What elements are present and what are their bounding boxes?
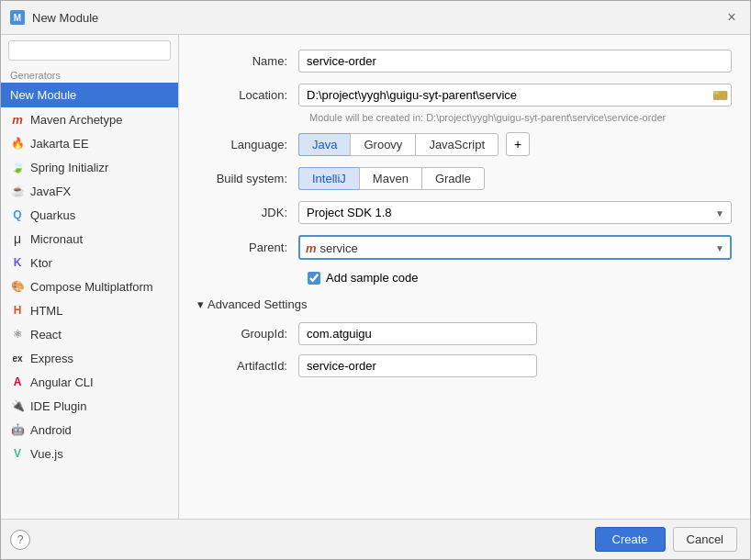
angular-icon: A <box>10 375 25 389</box>
sidebar-item-compose-multiplatform[interactable]: 🎨 Compose Multiplatform <box>1 274 178 298</box>
spring-icon: 🍃 <box>10 160 25 174</box>
sidebar-item-html[interactable]: H HTML <box>1 298 178 322</box>
sidebar-item-label: HTML <box>30 304 62 318</box>
svg-rect-1 <box>713 91 719 94</box>
sidebar-item-label: IDE Plugin <box>30 399 86 413</box>
name-row: Name: <box>197 50 732 73</box>
group-id-label: GroupId: <box>197 327 298 341</box>
group-id-row: GroupId: <box>197 322 732 345</box>
language-button-group: Java Groovy JavaScript <box>298 133 499 156</box>
maven-icon: m <box>10 112 25 127</box>
express-icon: ex <box>10 351 25 365</box>
sidebar-item-spring-initializr[interactable]: 🍃 Spring Initializr <box>1 155 178 179</box>
sidebar-item-label: Jakarta EE <box>30 137 89 151</box>
sidebar-item-label: React <box>30 328 62 342</box>
add-sample-code-label[interactable]: Add sample code <box>326 271 418 285</box>
language-row: Language: Java Groovy JavaScript + <box>197 132 732 156</box>
sidebar-item-android[interactable]: 🤖 Android <box>1 418 178 442</box>
language-javascript-button[interactable]: JavaScript <box>415 133 499 156</box>
sidebar-item-label: Maven Archetype <box>30 113 122 127</box>
ktor-icon: K <box>10 255 25 270</box>
sidebar-item-label: Android <box>30 423 72 437</box>
artifact-id-row: ArtifactId: <box>197 354 732 377</box>
help-button[interactable]: ? <box>10 530 30 550</box>
build-maven-button[interactable]: Maven <box>359 167 421 190</box>
new-module-dialog: M New Module × Generators New Module m M… <box>0 0 751 560</box>
sidebar-item-label: JavaFX <box>30 185 71 198</box>
sidebar-item-express[interactable]: ex Express <box>1 346 178 370</box>
language-groovy-button[interactable]: Groovy <box>350 133 415 156</box>
artifact-id-input[interactable] <box>298 354 537 377</box>
sidebar-item-ktor[interactable]: K Ktor <box>1 251 178 274</box>
artifact-id-label: ArtifactId: <box>197 359 298 373</box>
sidebar-item-jakarta-ee[interactable]: 🔥 Jakarta EE <box>1 131 178 155</box>
right-panel: Name: Location: <box>179 35 750 519</box>
name-label: Name: <box>197 54 298 68</box>
build-system-row: Build system: IntelliJ Maven Gradle <box>197 167 732 190</box>
build-system-field: IntelliJ Maven Gradle <box>298 167 732 190</box>
app-icon: M <box>10 10 25 25</box>
title-bar: M New Module × <box>1 1 750 35</box>
jdk-select[interactable]: Project SDK 1.8 <box>298 201 732 224</box>
quarkus-icon: Q <box>10 207 25 222</box>
jdk-label: JDK: <box>197 206 298 219</box>
advanced-settings-section: ▾ Advanced Settings GroupId: ArtifactId: <box>197 297 732 377</box>
jakarta-icon: 🔥 <box>10 136 25 151</box>
micronaut-icon: μ <box>10 231 25 246</box>
android-icon: 🤖 <box>10 422 25 437</box>
sidebar-item-new-module[interactable]: New Module <box>1 83 178 107</box>
sidebar-item-label: Express <box>30 352 73 365</box>
generators-label: Generators <box>1 66 178 83</box>
sidebar-item-micronaut[interactable]: μ Micronaut <box>1 227 178 251</box>
left-panel: Generators New Module m Maven Archetype … <box>1 35 179 519</box>
ide-plugin-icon: 🔌 <box>10 398 25 413</box>
sidebar-item-javafx[interactable]: ☕ JavaFX <box>1 179 178 203</box>
cancel-button[interactable]: Cancel <box>673 527 737 552</box>
language-field: Java Groovy JavaScript + <box>298 132 732 156</box>
create-button[interactable]: Create <box>595 527 666 552</box>
add-language-button[interactable]: + <box>506 132 530 156</box>
browse-button[interactable] <box>713 87 728 103</box>
jdk-dropdown-wrapper: Project SDK 1.8 ▼ <box>298 201 732 224</box>
sidebar-item-maven-archetype[interactable]: m Maven Archetype <box>1 107 178 131</box>
build-button-group: IntelliJ Maven Gradle <box>298 167 732 190</box>
sidebar-item-quarkus[interactable]: Q Quarkus <box>1 203 178 227</box>
sidebar-item-label: Compose Multiplatform <box>30 280 153 294</box>
language-java-button[interactable]: Java <box>298 133 350 156</box>
location-input[interactable] <box>298 84 732 106</box>
main-content: Generators New Module m Maven Archetype … <box>1 35 750 519</box>
html-icon: H <box>10 303 25 318</box>
sidebar-item-angular-cli[interactable]: A Angular CLI <box>1 370 178 394</box>
add-sample-code-checkbox[interactable] <box>308 272 320 285</box>
build-intellij-button[interactable]: IntelliJ <box>298 167 359 190</box>
jdk-row: JDK: Project SDK 1.8 ▼ <box>197 201 732 224</box>
react-icon: ⚛ <box>10 327 25 342</box>
sidebar-item-label: Angular CLI <box>30 375 94 389</box>
dialog-title: New Module <box>32 11 715 25</box>
sidebar-item-react[interactable]: ⚛ React <box>1 322 178 346</box>
group-id-input[interactable] <box>298 322 537 345</box>
bottom-bar: Create Cancel <box>1 519 750 559</box>
parent-row: Parent: m service ▼ <box>197 235 732 260</box>
build-gradle-button[interactable]: Gradle <box>421 167 485 190</box>
add-sample-code-row: Add sample code <box>308 271 732 285</box>
sidebar-item-ide-plugin[interactable]: 🔌 IDE Plugin <box>1 394 178 418</box>
advanced-settings-label: Advanced Settings <box>207 297 307 311</box>
compose-icon: 🎨 <box>10 279 25 294</box>
language-label: Language: <box>197 138 298 151</box>
advanced-chevron-icon: ▾ <box>197 297 204 311</box>
sidebar-item-label: Spring Initializr <box>30 161 108 174</box>
parent-dropdown-wrapper: m service ▼ <box>298 235 732 260</box>
location-label: Location: <box>197 88 298 102</box>
name-input[interactable] <box>298 50 732 73</box>
sidebar-item-vuejs[interactable]: V Vue.js <box>1 442 178 465</box>
location-wrapper <box>298 84 732 106</box>
advanced-settings-toggle[interactable]: ▾ Advanced Settings <box>197 297 732 311</box>
javafx-icon: ☕ <box>10 184 25 198</box>
parent-label: Parent: <box>197 241 298 254</box>
close-button[interactable]: × <box>723 8 741 27</box>
sidebar-item-label: Ktor <box>30 256 52 270</box>
parent-select[interactable] <box>298 235 732 260</box>
search-input[interactable] <box>8 40 171 61</box>
sidebar-item-label: Micronaut <box>30 232 83 246</box>
